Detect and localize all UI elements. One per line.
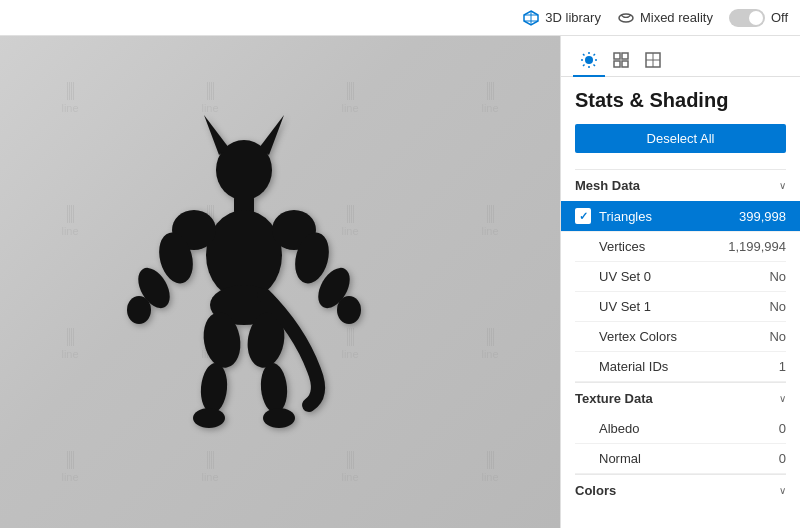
3d-library-button[interactable]: 3D library xyxy=(522,9,601,27)
texture-data-title: Texture Data xyxy=(575,391,653,406)
uv-set-1-row[interactable]: UV Set 1 No xyxy=(575,292,786,322)
grid2-icon xyxy=(644,51,662,69)
mesh-data-title: Mesh Data xyxy=(575,178,640,193)
panel-title: Stats & Shading xyxy=(575,89,786,112)
watermark-cell: line xyxy=(0,159,140,282)
svg-marker-4 xyxy=(259,115,284,155)
texture-data-section-header[interactable]: Texture Data ∨ xyxy=(575,382,786,414)
viewport[interactable]: line line line line line line line line … xyxy=(0,36,560,528)
checkbox-check: ✓ xyxy=(579,210,588,223)
uv-set-1-value: No xyxy=(769,299,786,314)
sun-icon xyxy=(580,51,598,69)
3d-library-label: 3D library xyxy=(545,10,601,25)
svg-line-27 xyxy=(583,54,585,56)
watermark-cell: line xyxy=(420,159,560,282)
vertices-label: Vertices xyxy=(575,239,645,254)
triangles-row-left: ✓ Triangles xyxy=(575,208,652,224)
panel-tabs xyxy=(561,36,800,77)
albedo-row[interactable]: Albedo 0 xyxy=(575,414,786,444)
character-model xyxy=(124,110,364,454)
albedo-label: Albedo xyxy=(575,421,639,436)
tab-sun[interactable] xyxy=(573,44,605,76)
texture-data-chevron: ∨ xyxy=(779,393,786,404)
svg-marker-3 xyxy=(204,115,229,155)
colors-chevron: ∨ xyxy=(779,485,786,496)
triangles-row[interactable]: ✓ Triangles 399,998 xyxy=(561,201,800,232)
watermark-cell: line xyxy=(0,282,140,405)
right-panel: Stats & Shading Deselect All Mesh Data ∨… xyxy=(560,36,800,528)
material-ids-value: 1 xyxy=(779,359,786,374)
panel-content: Stats & Shading Deselect All Mesh Data ∨… xyxy=(561,77,800,528)
mixed-reality-toggle[interactable]: Off xyxy=(729,9,788,27)
cube-icon xyxy=(522,9,540,27)
uv-set-1-label: UV Set 1 xyxy=(575,299,651,314)
vertices-row[interactable]: Vertices 1,199,994 xyxy=(575,232,786,262)
normal-value: 0 xyxy=(779,451,786,466)
svg-line-29 xyxy=(594,54,596,56)
colors-title: Colors xyxy=(575,483,616,498)
svg-rect-32 xyxy=(622,53,628,59)
toggle-label: Off xyxy=(771,10,788,25)
mesh-data-section-header[interactable]: Mesh Data ∨ xyxy=(575,169,786,201)
grid-icon xyxy=(612,51,630,69)
watermark-cell: line xyxy=(0,405,140,528)
svg-point-20 xyxy=(193,408,225,428)
uv-set-0-row[interactable]: UV Set 0 No xyxy=(575,262,786,292)
deselect-all-button[interactable]: Deselect All xyxy=(575,124,786,153)
albedo-value: 0 xyxy=(779,421,786,436)
watermark-cell: line xyxy=(420,282,560,405)
svg-rect-33 xyxy=(614,61,620,67)
mixed-reality-button[interactable]: Mixed reality xyxy=(617,9,713,27)
watermark-cell: line xyxy=(0,36,140,159)
toggle-thumb xyxy=(749,11,763,25)
triangles-label: Triangles xyxy=(599,209,652,224)
mesh-data-chevron: ∨ xyxy=(779,180,786,191)
character-svg xyxy=(124,110,364,450)
svg-line-30 xyxy=(583,65,585,67)
normal-label: Normal xyxy=(575,451,641,466)
colors-section-header[interactable]: Colors ∨ xyxy=(575,474,786,506)
tab-grid2[interactable] xyxy=(637,44,669,76)
tab-grid[interactable] xyxy=(605,44,637,76)
material-ids-row[interactable]: Material IDs 1 xyxy=(575,352,786,382)
uv-set-0-value: No xyxy=(769,269,786,284)
mixed-reality-label: Mixed reality xyxy=(640,10,713,25)
uv-set-0-label: UV Set 0 xyxy=(575,269,651,284)
toggle-track[interactable] xyxy=(729,9,765,27)
vertex-colors-label: Vertex Colors xyxy=(575,329,677,344)
svg-point-22 xyxy=(585,56,593,64)
svg-rect-34 xyxy=(622,61,628,67)
normal-row[interactable]: Normal 0 xyxy=(575,444,786,474)
svg-rect-31 xyxy=(614,53,620,59)
mixed-reality-icon xyxy=(617,9,635,27)
svg-point-14 xyxy=(337,296,361,324)
vertices-value: 1,199,994 xyxy=(728,239,786,254)
svg-point-13 xyxy=(127,296,151,324)
main-content: line line line line line line line line … xyxy=(0,36,800,528)
topbar: 3D library Mixed reality Off xyxy=(0,0,800,36)
material-ids-label: Material IDs xyxy=(575,359,668,374)
vertex-colors-value: No xyxy=(769,329,786,344)
vertex-colors-row[interactable]: Vertex Colors No xyxy=(575,322,786,352)
triangles-checkbox[interactable]: ✓ xyxy=(575,208,591,224)
watermark-cell: line xyxy=(420,405,560,528)
triangles-value: 399,998 xyxy=(739,209,786,224)
watermark-cell: line xyxy=(420,36,560,159)
svg-line-28 xyxy=(594,65,596,67)
svg-point-18 xyxy=(199,362,229,414)
svg-point-19 xyxy=(259,362,289,414)
svg-point-21 xyxy=(263,408,295,428)
